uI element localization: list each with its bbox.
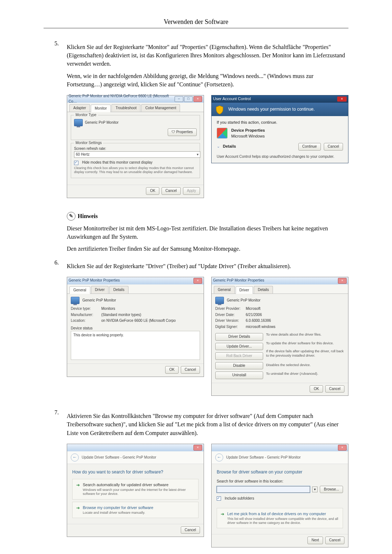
wizard-breadcrumb: Update Driver Software - Generic PnP Mon… (82, 455, 156, 460)
chevron-down-icon[interactable]: ▾ (312, 487, 318, 493)
tab-color-management[interactable]: Color Management (141, 104, 180, 112)
ok-button[interactable]: OK (165, 366, 178, 374)
close-icon[interactable]: × (193, 96, 202, 102)
roll-back-desc: If the device fails after updating the d… (266, 349, 344, 358)
apply-button: Apply (183, 187, 200, 195)
tab-details[interactable]: Details (254, 286, 273, 294)
continue-button[interactable]: Continue (298, 143, 321, 151)
uac-details-toggle[interactable]: Details (223, 144, 295, 149)
step5-text-2: Wenn, wie in der nachfolgenden Abbildung… (67, 72, 348, 89)
monitor-type-legend: Monitor Type (74, 112, 98, 118)
monitor-icon (215, 297, 224, 304)
driver-date-label: Driver Date: (215, 312, 244, 318)
option-subtitle: Windows will search your computer and th… (83, 488, 195, 496)
uac-title: User Account Control (213, 96, 251, 102)
monitor-dialog-title: Generic PnP Monitor and NVIDIA GeForce 6… (69, 94, 175, 104)
uninstall-desc: To uninstall the driver (Advanced). (266, 372, 344, 376)
option-title: Browse my computer for driver software (83, 505, 153, 511)
digital-signer-label: Digital Signer: (215, 324, 244, 330)
tab-general[interactable]: General (69, 286, 90, 294)
cancel-button[interactable]: Cancel (162, 187, 181, 195)
step6-number: 6. (54, 258, 67, 403)
arrow-icon: ➔ (221, 511, 224, 517)
cancel-button[interactable]: Cancel (325, 537, 344, 544)
option-search-automatically[interactable]: ➔ Search automatically for updated drive… (72, 479, 199, 499)
manufacturer-value: (Standard monitor types) (101, 312, 200, 318)
tab-adapter[interactable]: Adapter (69, 104, 90, 112)
uac-band-text: Windows needs your permission to continu… (228, 107, 315, 112)
back-icon[interactable]: ← (71, 454, 79, 461)
prop-general-title: Generic PnP Monitor Properties (69, 278, 120, 283)
driver-provider-label: Driver Provider: (215, 306, 244, 312)
note-p2: Den zertifizierten Treiber finden Sie au… (67, 245, 348, 253)
uninstall-button[interactable]: Uninstall (215, 372, 263, 379)
step5-text-1: Klicken Sie auf der Registerkarte "Monit… (67, 43, 348, 68)
disable-desc: Disables the selected device. (266, 363, 344, 367)
disable-button[interactable]: Disable (215, 362, 263, 370)
tab-troubleshoot[interactable]: Troubleshoot (111, 104, 140, 112)
hide-modes-checkbox[interactable] (74, 161, 78, 165)
cancel-button[interactable]: Cancel (181, 526, 200, 534)
page-header: Verwenden der Software (44, 18, 348, 26)
driver-details-button[interactable]: Driver Details (215, 333, 263, 341)
note-heading: Hinweis (78, 213, 98, 219)
device-status-box: This device is working properly. (71, 331, 200, 360)
option-browse-computer[interactable]: ➔ Browse my computer for driver software… (72, 502, 199, 518)
driver-details-desc: To view details about the driver files. (266, 332, 344, 337)
properties-button-label: Properties (176, 130, 193, 134)
maximize-icon[interactable]: □ (184, 96, 193, 102)
refresh-rate-value: 60 Hertz (76, 152, 90, 157)
hide-modes-label: Hide modes that this monitor cannot disp… (82, 160, 152, 165)
arrow-icon: ➔ (76, 482, 80, 488)
uac-footer-text: User Account Control helps stop unauthor… (212, 153, 348, 163)
uac-item-title: Device Properties (231, 128, 265, 134)
option-subtitle: This list will show installed driver sof… (227, 517, 339, 525)
minimize-icon[interactable]: – (175, 96, 183, 102)
wizard-heading: How do you want to search for driver sof… (72, 469, 199, 475)
path-input[interactable] (217, 486, 310, 493)
update-driver-button[interactable]: Update Driver... (215, 343, 263, 350)
include-subfolders-checkbox[interactable] (217, 496, 221, 501)
wizard-breadcrumb: Update Driver Software - Generic PnP Mon… (226, 455, 301, 460)
tab-details[interactable]: Details (109, 286, 128, 294)
properties-button[interactable]: 🛡 Properties (168, 128, 197, 136)
top-rule (44, 28, 348, 28)
monitor-icon (74, 119, 83, 126)
step7-number: 7. (54, 408, 67, 554)
location-label: Location: (71, 318, 100, 324)
path-label: Search for driver software in this locat… (217, 479, 343, 484)
tab-monitor[interactable]: Monitor (91, 104, 111, 112)
tab-driver[interactable]: Driver (91, 286, 109, 294)
step6-text: Klicken Sie auf der Registerkarte "Drive… (67, 262, 348, 270)
refresh-rate-label: Screen refresh rate: (74, 146, 197, 152)
next-button[interactable]: Next (307, 537, 323, 544)
close-icon[interactable]: × (338, 445, 347, 451)
device-name: Generic PnP Monitor (227, 298, 261, 303)
shield-icon (215, 105, 225, 115)
update-driver-desc: To update the driver software for this d… (266, 341, 344, 345)
close-icon[interactable]: × (338, 278, 347, 284)
close-icon[interactable]: × (193, 278, 202, 284)
cancel-button[interactable]: Cancel (324, 143, 343, 151)
option-subtitle: Locate and install driver software manua… (83, 511, 153, 515)
step7-text: Aktivieren Sie das Kontrollkästchen "Bro… (67, 412, 348, 437)
refresh-rate-select[interactable]: 60 Hertz ▾ (74, 151, 200, 158)
driver-version-label: Driver Version: (215, 318, 244, 324)
cancel-button[interactable]: Cancel (181, 366, 200, 374)
manufacturer-label: Manufacturer: (71, 312, 100, 318)
cancel-button[interactable]: Cancel (325, 385, 344, 393)
note-p1: Dieser Monitortreiber ist mit dem MS-Log… (67, 224, 348, 241)
ok-button[interactable]: OK (310, 385, 323, 393)
tab-driver[interactable]: Driver (236, 286, 253, 294)
driver-date-value: 6/21/2006 (246, 312, 344, 318)
close-icon[interactable]: × (337, 97, 347, 102)
tab-general[interactable]: General (214, 286, 235, 294)
driver-provider-value: Microsoft (246, 306, 344, 312)
chevron-down-icon: ▾ (197, 152, 199, 157)
close-icon[interactable]: × (193, 445, 202, 451)
back-icon[interactable]: ← (215, 454, 223, 461)
browse-button[interactable]: Browse... (320, 486, 343, 493)
option-pick-from-list[interactable]: ➔ Let me pick from a list of device driv… (217, 508, 343, 528)
chevron-down-icon[interactable]: ⌄ (217, 144, 220, 149)
ok-button[interactable]: OK (146, 187, 159, 195)
